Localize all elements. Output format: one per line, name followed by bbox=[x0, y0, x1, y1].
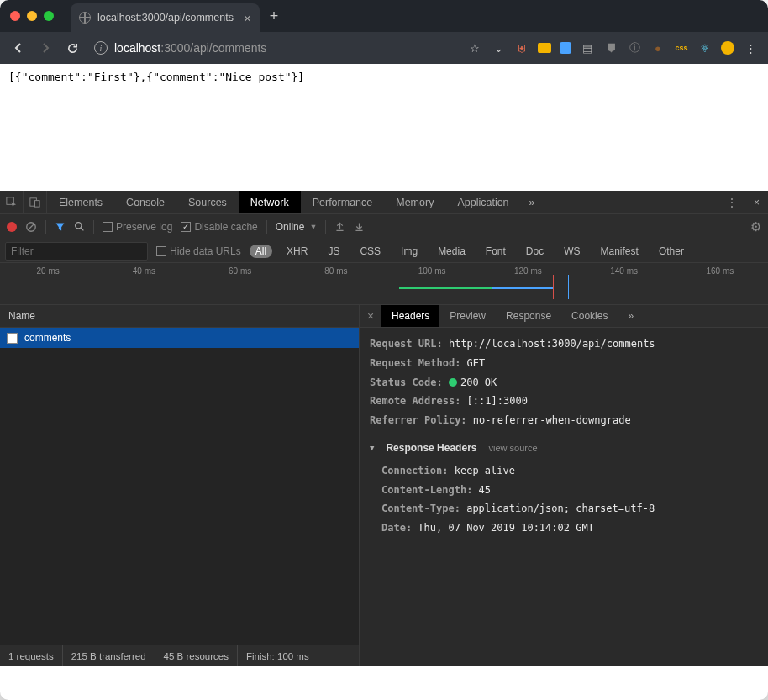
detail-tab-cookies[interactable]: Cookies bbox=[561, 305, 618, 327]
tab-memory[interactable]: Memory bbox=[384, 191, 445, 213]
preserve-log-checkbox[interactable]: Preserve log bbox=[103, 221, 172, 233]
timeline-tick: 80 ms bbox=[288, 266, 384, 276]
reload-button[interactable] bbox=[60, 36, 84, 60]
request-row[interactable]: comments bbox=[0, 328, 359, 348]
filter-icon[interactable] bbox=[55, 221, 66, 232]
timeline-tick: 60 ms bbox=[192, 266, 288, 276]
clear-button[interactable] bbox=[25, 221, 37, 233]
device-toggle-icon[interactable] bbox=[24, 191, 47, 213]
filter-bar: Hide data URLs All XHR JS CSS Img Media … bbox=[0, 239, 768, 263]
devtools-close-icon[interactable]: × bbox=[745, 191, 768, 213]
ublock-icon[interactable]: ⛊ bbox=[603, 40, 618, 55]
extension-yellow-icon[interactable] bbox=[538, 43, 551, 53]
browser-tab[interactable]: localhost:3000/api/comments × bbox=[71, 3, 260, 32]
filter-manifest[interactable]: Manifest bbox=[595, 245, 644, 258]
detail-tab-response[interactable]: Response bbox=[496, 305, 561, 327]
request-detail: × Headers Preview Response Cookies » Req… bbox=[360, 305, 768, 666]
disable-cache-checkbox[interactable]: Disable cache bbox=[181, 221, 257, 233]
status-requests: 1 requests bbox=[0, 645, 63, 666]
devtools-menu-icon[interactable]: ⋮ bbox=[718, 191, 745, 213]
tab-sources[interactable]: Sources bbox=[176, 191, 239, 213]
filter-doc[interactable]: Doc bbox=[520, 245, 550, 258]
filter-js[interactable]: JS bbox=[322, 245, 345, 258]
pocket-icon[interactable]: ⌄ bbox=[491, 40, 506, 55]
more-tabs-icon[interactable]: » bbox=[521, 191, 544, 213]
close-detail-icon[interactable]: × bbox=[360, 309, 381, 323]
extension-ghost-icon[interactable] bbox=[560, 42, 571, 54]
download-har-icon[interactable] bbox=[354, 221, 365, 232]
new-tab-button[interactable]: + bbox=[270, 8, 279, 25]
tab-console[interactable]: Console bbox=[114, 191, 176, 213]
address-bar[interactable]: i localhost:3000/api/comments bbox=[87, 41, 273, 55]
chevron-down-icon: ▼ bbox=[309, 223, 317, 231]
timeline-bar bbox=[492, 287, 553, 289]
network-main: Name comments 1 requests 215 B transferr… bbox=[0, 305, 768, 666]
filter-all[interactable]: All bbox=[250, 245, 272, 258]
filter-css[interactable]: CSS bbox=[354, 245, 387, 258]
star-icon[interactable]: ☆ bbox=[467, 40, 482, 55]
timeline-overview[interactable]: 20 ms 40 ms 60 ms 80 ms 100 ms 120 ms 14… bbox=[0, 263, 768, 305]
status-dot-icon bbox=[449, 378, 457, 387]
document-icon bbox=[7, 333, 18, 344]
tab-performance[interactable]: Performance bbox=[301, 191, 385, 213]
tab-network[interactable]: Network bbox=[239, 191, 301, 213]
request-url-value: http://localhost:3000/api/comments bbox=[449, 338, 655, 350]
upload-har-icon[interactable] bbox=[334, 221, 345, 232]
timeline-tick: 100 ms bbox=[384, 266, 480, 276]
filter-font[interactable]: Font bbox=[480, 245, 512, 258]
connection-value: keep-alive bbox=[455, 465, 515, 476]
hide-data-urls-checkbox[interactable]: Hide data URLs bbox=[156, 245, 241, 257]
column-header-name[interactable]: Name bbox=[0, 305, 359, 328]
detail-tab-headers[interactable]: Headers bbox=[381, 305, 439, 327]
throttling-select[interactable]: Online ▼ bbox=[276, 221, 318, 233]
referrer-policy-key: Referrer Policy: bbox=[370, 414, 467, 426]
forward-button[interactable] bbox=[34, 36, 57, 60]
record-button[interactable] bbox=[7, 222, 17, 232]
shield-icon[interactable]: ⛨ bbox=[514, 40, 529, 55]
tab-application[interactable]: Application bbox=[445, 191, 520, 213]
react-icon[interactable]: ⚛ bbox=[697, 40, 713, 55]
hide-data-urls-label: Hide data URLs bbox=[170, 245, 241, 257]
more-tabs-icon[interactable]: » bbox=[618, 305, 644, 327]
search-icon[interactable] bbox=[74, 221, 85, 232]
disable-cache-label: Disable cache bbox=[194, 221, 257, 233]
devtools-tabs: Elements Console Sources Network Perform… bbox=[0, 191, 768, 214]
content-length-value: 45 bbox=[479, 484, 491, 496]
cookie-icon[interactable]: ● bbox=[650, 40, 665, 55]
filter-input[interactable] bbox=[5, 242, 148, 261]
referrer-policy-value: no-referrer-when-downgrade bbox=[473, 414, 631, 426]
detail-tab-preview[interactable]: Preview bbox=[439, 305, 496, 327]
info-icon[interactable]: ⓘ bbox=[627, 40, 642, 55]
tab-elements[interactable]: Elements bbox=[47, 191, 114, 213]
filter-media[interactable]: Media bbox=[432, 245, 471, 258]
filter-other[interactable]: Other bbox=[653, 245, 690, 258]
view-source-link[interactable]: view source bbox=[488, 439, 537, 457]
response-headers-section[interactable]: ▼ Response Headers view source bbox=[370, 439, 758, 458]
back-button[interactable] bbox=[7, 36, 30, 60]
preserve-log-label: Preserve log bbox=[116, 221, 172, 233]
minimize-window-button[interactable] bbox=[27, 11, 37, 21]
browser-window: localhost:3000/api/comments × + i localh… bbox=[0, 0, 768, 700]
css-icon[interactable]: css bbox=[674, 40, 689, 55]
filter-xhr[interactable]: XHR bbox=[281, 245, 313, 258]
request-method-value: GET bbox=[467, 357, 486, 369]
avatar-icon[interactable] bbox=[721, 41, 734, 55]
menu-icon[interactable]: ⋮ bbox=[743, 40, 758, 55]
site-info-icon[interactable]: i bbox=[94, 41, 108, 55]
status-finish: Finish: 100 ms bbox=[238, 645, 318, 666]
extension-card-icon[interactable]: ▤ bbox=[580, 40, 595, 55]
timeline-tick: 120 ms bbox=[480, 266, 576, 276]
close-tab-icon[interactable]: × bbox=[244, 11, 251, 25]
filter-ws[interactable]: WS bbox=[558, 245, 586, 258]
filter-img[interactable]: Img bbox=[395, 245, 423, 258]
triangle-down-icon: ▼ bbox=[370, 441, 374, 455]
status-bar: 1 requests 215 B transferred 45 B resour… bbox=[0, 645, 359, 666]
svg-point-4 bbox=[76, 223, 82, 229]
maximize-window-button[interactable] bbox=[44, 11, 54, 21]
inspect-element-icon[interactable] bbox=[0, 191, 24, 213]
throttling-value: Online bbox=[276, 221, 305, 233]
settings-gear-icon[interactable]: ⚙ bbox=[750, 219, 761, 234]
close-window-button[interactable] bbox=[10, 11, 20, 21]
date-key: Date: bbox=[381, 522, 412, 534]
timeline-marker bbox=[553, 275, 554, 299]
